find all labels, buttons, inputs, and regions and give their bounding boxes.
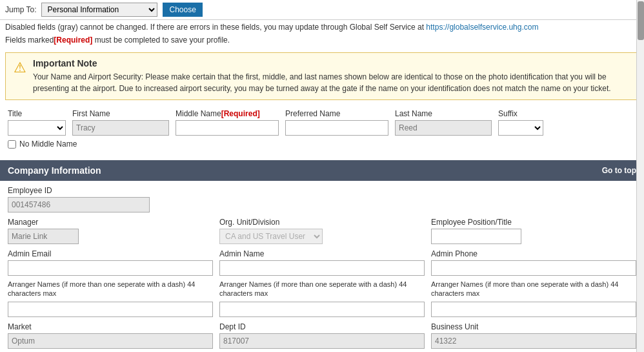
important-content: Important Note Your Name and Airport Sec… [33,58,630,94]
jump-to-label: Jump To: [5,5,36,14]
manager-org-row: Manager Org. Unit/Division CA and US Tra… [8,218,636,244]
admin-name-group: Admin Name [219,249,425,276]
arranger-left-input[interactable] [8,302,213,317]
emp-position-group: Employee Position/Title [431,218,636,244]
admin-email-group: Admin Email [8,249,213,276]
last-name-label: Last Name [395,109,492,118]
market-label: Market [8,322,213,331]
admin-email-input[interactable] [8,260,213,276]
required-suffix: must be completed to save your profile. [92,36,230,45]
company-section-header: Company Information Go to top [0,160,644,181]
scrollbar[interactable] [636,0,644,352]
employee-id-label: Employee ID [8,186,150,195]
admin-phone-label: Admin Phone [431,249,636,258]
business-unit-group: Business Unit [431,322,636,349]
first-name-group: First Name [72,109,169,136]
preferred-name-group: Preferred Name [285,109,388,136]
name-row: Title Mr. Ms. Mrs. Dr. First Name Middle… [8,109,636,136]
emp-position-label: Employee Position/Title [431,218,636,227]
important-note-box: ⚠ Important Note Your Name and Airport S… [5,52,639,100]
admin-name-input[interactable] [219,260,425,276]
required-note: Fields marked[Required] must be complete… [0,34,644,48]
last-name-group: Last Name [395,109,492,136]
title-select[interactable]: Mr. Ms. Mrs. Dr. [8,120,66,136]
preferred-name-input[interactable] [285,120,388,136]
admin-name-label: Admin Name [219,249,425,258]
company-header-title: Company Information [8,165,101,176]
employee-id-group: Employee ID [8,186,150,212]
suffix-group: Suffix Jr. Sr. II III [498,109,543,136]
self-service-link[interactable]: https://globalselfservice.uhg.com [426,23,538,32]
arranger-right-input[interactable] [431,302,636,317]
market-input[interactable] [8,333,213,349]
no-middle-name-label: No Middle Name [19,140,77,149]
jump-to-select[interactable]: Personal Information Company Information… [41,3,157,17]
go-to-top-link[interactable]: Go to top [602,166,636,175]
required-prefix: Fields marked [5,36,54,45]
manager-label: Manager [8,218,213,227]
middle-name-required: [Required] [221,109,260,118]
company-section-content: Employee ID Manager Org. Unit/Division C… [0,181,644,352]
org-unit-label: Org. Unit/Division [219,218,425,227]
middle-name-group: Middle Name[Required] [176,109,279,136]
arranger-row: Arranger Names (if more than one seperat… [8,280,636,317]
name-section: Title Mr. Ms. Mrs. Dr. First Name Middle… [0,104,644,154]
important-title: Important Note [33,58,630,68]
arranger-left-group: Arranger Names (if more than one seperat… [8,280,213,317]
arranger-left-label: Arranger Names (if more than one seperat… [8,280,213,298]
manager-group: Manager [8,218,213,244]
disabled-note: Disabled fields (gray) cannot be changed… [5,23,426,32]
business-unit-input[interactable] [431,333,636,349]
arranger-right-group: Arranger Names (if more than one seperat… [431,280,636,317]
arranger-center-label: Arranger Names (if more than one seperat… [219,280,425,298]
scrollbar-thumb[interactable] [638,1,644,40]
first-name-label: First Name [72,109,169,118]
admin-phone-group: Admin Phone [431,249,636,276]
arranger-center-input[interactable] [219,302,425,317]
admin-row: Admin Email Admin Name Admin Phone [8,249,636,276]
title-group: Title Mr. Ms. Mrs. Dr. [8,109,66,136]
market-row: Market Dept ID Business Unit [8,322,636,349]
dept-id-input[interactable] [219,333,425,349]
org-unit-group: Org. Unit/Division CA and US Travel User [219,218,425,244]
suffix-label: Suffix [498,109,543,118]
top-bar: Jump To: Personal Information Company In… [0,0,644,20]
choose-button[interactable]: Choose [163,3,202,17]
suffix-select[interactable]: Jr. Sr. II III [498,120,543,136]
arranger-center-group: Arranger Names (if more than one seperat… [219,280,425,317]
title-label: Title [8,109,66,118]
last-name-input[interactable] [395,120,492,136]
admin-phone-input[interactable] [431,260,636,276]
middle-name-input[interactable] [176,120,279,136]
org-unit-select[interactable]: CA and US Travel User [219,229,323,244]
admin-email-label: Admin Email [8,249,213,258]
important-body: Your Name and Airport Security: Please m… [33,71,630,94]
emp-position-input[interactable] [431,229,521,244]
dept-id-label: Dept ID [219,322,425,331]
market-group: Market [8,322,213,349]
arranger-right-label: Arranger Names (if more than one seperat… [431,280,636,298]
employee-id-row: Employee ID [8,186,636,212]
employee-id-input[interactable] [8,197,150,212]
no-middle-name-row: No Middle Name [8,140,636,149]
info-bar: Disabled fields (gray) cannot be changed… [0,20,644,34]
no-middle-name-checkbox[interactable] [8,140,16,149]
warning-icon: ⚠ [14,59,26,76]
first-name-input[interactable] [72,120,169,136]
manager-input[interactable] [8,229,79,244]
preferred-name-label: Preferred Name [285,109,388,118]
dept-id-group: Dept ID [219,322,425,349]
business-unit-label: Business Unit [431,322,636,331]
required-text: [Required] [54,36,92,45]
middle-name-label: Middle Name[Required] [176,109,279,118]
